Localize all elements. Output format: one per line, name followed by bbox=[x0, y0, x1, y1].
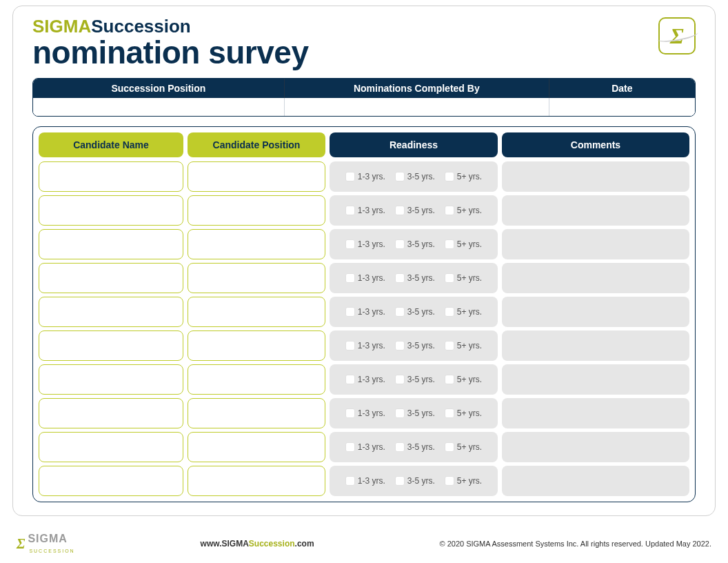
readiness-option-3-5[interactable]: 3-5 yrs. bbox=[395, 476, 435, 486]
checkbox-icon[interactable] bbox=[445, 476, 454, 486]
input-succession-position[interactable] bbox=[33, 98, 285, 116]
checkbox-icon[interactable] bbox=[445, 273, 454, 283]
comments-input[interactable] bbox=[502, 161, 689, 192]
readiness-option-3-5[interactable]: 3-5 yrs. bbox=[395, 273, 435, 283]
checkbox-icon[interactable] bbox=[445, 172, 454, 181]
readiness-option-1-3[interactable]: 1-3 yrs. bbox=[345, 476, 385, 486]
readiness-option-5plus[interactable]: 5+ yrs. bbox=[445, 273, 482, 283]
candidate-position-input[interactable] bbox=[188, 161, 325, 192]
readiness-option-5plus[interactable]: 5+ yrs. bbox=[445, 206, 482, 215]
footer-url[interactable]: www.SIGMASuccession.com bbox=[201, 539, 314, 549]
checkbox-icon[interactable] bbox=[395, 408, 405, 418]
readiness-option-1-3[interactable]: 1-3 yrs. bbox=[345, 341, 385, 350]
readiness-option-1-3[interactable]: 1-3 yrs. bbox=[345, 206, 385, 215]
readiness-option-1-3[interactable]: 1-3 yrs. bbox=[345, 442, 385, 452]
readiness-option-3-5[interactable]: 3-5 yrs. bbox=[395, 408, 435, 418]
checkbox-icon[interactable] bbox=[395, 206, 405, 215]
candidate-name-input[interactable] bbox=[39, 229, 183, 259]
checkbox-icon[interactable] bbox=[445, 408, 454, 418]
candidate-name-input[interactable] bbox=[39, 330, 183, 361]
checkbox-icon[interactable] bbox=[395, 341, 405, 350]
checkbox-icon[interactable] bbox=[395, 476, 405, 486]
checkbox-icon[interactable] bbox=[445, 307, 454, 317]
table-row: 1-3 yrs.3-5 yrs.5+ yrs. bbox=[39, 263, 689, 293]
checkbox-icon[interactable] bbox=[395, 375, 405, 384]
readiness-option-1-3[interactable]: 1-3 yrs. bbox=[345, 239, 385, 249]
comments-input[interactable] bbox=[502, 330, 689, 361]
candidate-position-input[interactable] bbox=[188, 229, 325, 259]
candidate-position-input[interactable] bbox=[188, 398, 325, 428]
readiness-option-3-5[interactable]: 3-5 yrs. bbox=[395, 239, 435, 249]
readiness-option-5plus[interactable]: 5+ yrs. bbox=[445, 408, 482, 418]
candidate-position-input[interactable] bbox=[188, 466, 325, 496]
checkbox-icon[interactable] bbox=[445, 239, 454, 249]
checkbox-icon[interactable] bbox=[345, 341, 355, 350]
title-block: SIGMASuccession nomination survey Σ bbox=[32, 17, 696, 68]
checkbox-icon[interactable] bbox=[345, 206, 355, 215]
readiness-option-5plus[interactable]: 5+ yrs. bbox=[445, 442, 482, 452]
input-completed-by[interactable] bbox=[285, 98, 549, 116]
checkbox-icon[interactable] bbox=[395, 307, 405, 317]
candidate-position-input[interactable] bbox=[188, 195, 325, 226]
checkbox-icon[interactable] bbox=[445, 375, 454, 384]
candidate-name-input[interactable] bbox=[39, 263, 183, 293]
readiness-cell: 1-3 yrs.3-5 yrs.5+ yrs. bbox=[330, 297, 498, 327]
readiness-option-5plus[interactable]: 5+ yrs. bbox=[445, 375, 482, 384]
readiness-option-1-3[interactable]: 1-3 yrs. bbox=[345, 273, 385, 283]
table-row: 1-3 yrs.3-5 yrs.5+ yrs. bbox=[39, 229, 689, 259]
readiness-cell: 1-3 yrs.3-5 yrs.5+ yrs. bbox=[330, 195, 498, 226]
readiness-option-5plus[interactable]: 5+ yrs. bbox=[445, 172, 482, 181]
comments-input[interactable] bbox=[502, 263, 689, 293]
readiness-option-5plus[interactable]: 5+ yrs. bbox=[445, 341, 482, 350]
table-row: 1-3 yrs.3-5 yrs.5+ yrs. bbox=[39, 195, 689, 226]
checkbox-icon[interactable] bbox=[395, 239, 405, 249]
candidate-name-input[interactable] bbox=[39, 466, 183, 496]
comments-input[interactable] bbox=[502, 297, 689, 327]
candidate-position-input[interactable] bbox=[188, 263, 325, 293]
checkbox-icon[interactable] bbox=[345, 273, 355, 283]
input-date[interactable] bbox=[549, 98, 695, 116]
readiness-option-1-3[interactable]: 1-3 yrs. bbox=[345, 375, 385, 384]
readiness-option-5plus[interactable]: 5+ yrs. bbox=[445, 239, 482, 249]
checkbox-icon[interactable] bbox=[345, 375, 355, 384]
checkbox-icon[interactable] bbox=[395, 442, 405, 452]
comments-input[interactable] bbox=[502, 364, 689, 395]
readiness-option-1-3[interactable]: 1-3 yrs. bbox=[345, 172, 385, 181]
checkbox-icon[interactable] bbox=[345, 239, 355, 249]
checkbox-icon[interactable] bbox=[345, 172, 355, 181]
candidate-position-input[interactable] bbox=[188, 330, 325, 361]
readiness-option-3-5[interactable]: 3-5 yrs. bbox=[395, 375, 435, 384]
readiness-option-5plus[interactable]: 5+ yrs. bbox=[445, 307, 482, 317]
checkbox-icon[interactable] bbox=[395, 172, 405, 181]
checkbox-icon[interactable] bbox=[345, 442, 355, 452]
checkbox-icon[interactable] bbox=[345, 476, 355, 486]
comments-input[interactable] bbox=[502, 432, 689, 462]
candidate-position-input[interactable] bbox=[188, 432, 325, 462]
readiness-option-1-3[interactable]: 1-3 yrs. bbox=[345, 307, 385, 317]
readiness-option-3-5[interactable]: 3-5 yrs. bbox=[395, 172, 435, 181]
readiness-option-3-5[interactable]: 3-5 yrs. bbox=[395, 307, 435, 317]
candidate-position-input[interactable] bbox=[188, 364, 325, 395]
readiness-option-3-5[interactable]: 3-5 yrs. bbox=[395, 341, 435, 350]
readiness-option-5plus[interactable]: 5+ yrs. bbox=[445, 476, 482, 486]
candidate-name-input[interactable] bbox=[39, 398, 183, 428]
checkbox-icon[interactable] bbox=[345, 307, 355, 317]
candidate-name-input[interactable] bbox=[39, 195, 183, 226]
checkbox-icon[interactable] bbox=[445, 442, 454, 452]
candidate-name-input[interactable] bbox=[39, 364, 183, 395]
readiness-option-3-5[interactable]: 3-5 yrs. bbox=[395, 442, 435, 452]
candidate-name-input[interactable] bbox=[39, 432, 183, 462]
comments-input[interactable] bbox=[502, 398, 689, 428]
candidate-position-input[interactable] bbox=[188, 297, 325, 327]
readiness-option-1-3[interactable]: 1-3 yrs. bbox=[345, 408, 385, 418]
comments-input[interactable] bbox=[502, 466, 689, 496]
candidate-name-input[interactable] bbox=[39, 297, 183, 327]
readiness-option-3-5[interactable]: 3-5 yrs. bbox=[395, 206, 435, 215]
candidate-name-input[interactable] bbox=[39, 161, 183, 192]
checkbox-icon[interactable] bbox=[445, 341, 454, 350]
checkbox-icon[interactable] bbox=[395, 273, 405, 283]
comments-input[interactable] bbox=[502, 195, 689, 226]
comments-input[interactable] bbox=[502, 229, 689, 259]
checkbox-icon[interactable] bbox=[345, 408, 355, 418]
checkbox-icon[interactable] bbox=[445, 206, 454, 215]
